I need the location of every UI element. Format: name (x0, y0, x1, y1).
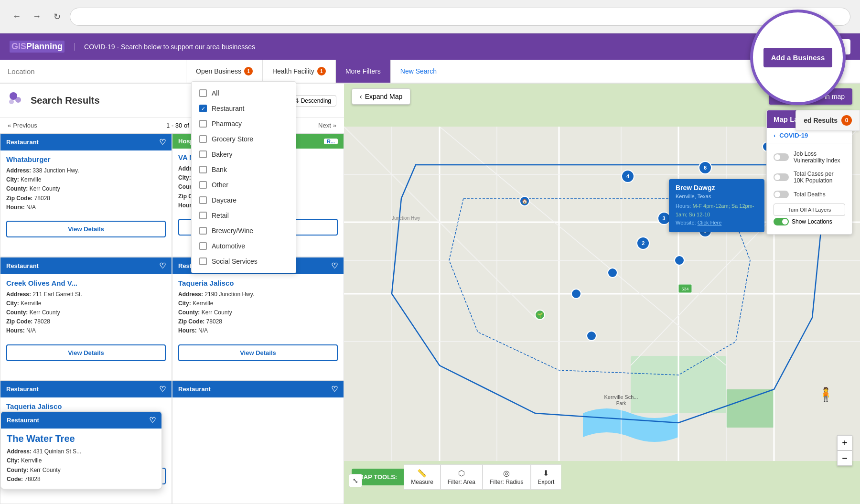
filter-option-all[interactable]: All (192, 86, 296, 101)
map-pin-cluster-1[interactable]: 4 (621, 170, 634, 183)
map-pin-4[interactable] (607, 268, 618, 278)
covid-back-arrow[interactable]: ‹ (774, 132, 775, 139)
filter-bank-label: Bank (212, 166, 227, 173)
filter-radius-tool-button[interactable]: ◎ Filter: Radius (483, 464, 531, 490)
business-card-4: Restaurant ♡ Taqueria Jalisco Address: 2… (172, 257, 344, 381)
highlighted-card-category-bar: Restaurant ♡ (1, 412, 161, 429)
filter-option-restaurant[interactable]: ✓ Restaurant (192, 101, 296, 116)
turn-off-all-layers-button[interactable]: Turn Off All Layers (774, 204, 845, 216)
checkbox-all[interactable] (199, 89, 207, 97)
zoom-out-button[interactable]: − (837, 450, 852, 466)
layer-total-cases-toggle[interactable] (774, 173, 789, 181)
gis-text: GISPlanning (10, 41, 64, 53)
filter-option-grocery[interactable]: Grocery Store (192, 131, 296, 147)
map-pin-7[interactable] (571, 289, 581, 299)
highlighted-card-details: Address: 431 Quinlan St S... City: Kerrv… (7, 447, 156, 484)
layer-job-loss-toggle[interactable] (774, 153, 789, 161)
expand-map-button[interactable]: ‹ Expand Map (352, 88, 410, 105)
filter-option-retail[interactable]: Retail (192, 208, 296, 223)
map-pin-cluster-3[interactable]: 2 (636, 236, 650, 250)
card-3-body: Creek Olives And V... Address: 211 Earl … (0, 274, 172, 341)
card-3-favorite-button[interactable]: ♡ (159, 261, 166, 270)
checkbox-bank[interactable] (199, 166, 207, 173)
checkbox-restaurant[interactable]: ✓ (199, 105, 207, 112)
card-5-category: Restaurant (6, 386, 39, 393)
card-4-view-details-button[interactable]: View Details (178, 344, 338, 361)
filter-area-label: Filter: Area (448, 479, 475, 485)
map-pin-1[interactable]: 🏠 (519, 196, 530, 206)
card-4-name[interactable]: Taqueria Jalisco (178, 279, 338, 287)
business-card-3: Restaurant ♡ Creek Olives And V... Addre… (0, 257, 172, 381)
location-input[interactable] (0, 60, 186, 83)
map-pin-8[interactable] (586, 331, 597, 341)
card-3-name[interactable]: Creek Olives And V... (6, 279, 166, 287)
export-tool-button[interactable]: ⬇ Export (531, 464, 562, 490)
filter-option-brewery[interactable]: Brewery/Wine (192, 223, 296, 238)
popup-website-link[interactable]: Click Here (698, 220, 722, 225)
checkbox-brewery[interactable] (199, 227, 207, 235)
checkbox-retail[interactable] (199, 212, 207, 219)
add-business-circle-button[interactable]: Add a Business (763, 48, 833, 67)
card-6-favorite-button[interactable]: ♡ (331, 385, 338, 394)
filter-area-tool-button[interactable]: ⬡ Filter: Area (441, 464, 483, 490)
map-pin-cluster-5[interactable]: 6 (699, 161, 712, 174)
checkbox-grocery[interactable] (199, 135, 207, 143)
saved-results-bar: ed Results 0 (796, 110, 860, 131)
card-4-favorite-button[interactable]: ♡ (331, 261, 338, 270)
card-5-name[interactable]: Taqueria Jalisco (6, 402, 166, 410)
map-pin-5[interactable] (674, 255, 685, 266)
tab-health-facility[interactable]: Health Facility 1 (263, 60, 336, 83)
fullscreen-button[interactable]: ⤡ (349, 474, 362, 487)
filter-option-automotive[interactable]: Automotive (192, 238, 296, 254)
next-button[interactable]: Next » (318, 122, 336, 129)
tab-more-filters[interactable]: More Filters (336, 60, 391, 83)
saved-results-label: ed Results (804, 117, 838, 124)
map-panel: Junction Hwy 534 I-10 Kerrville Sch... P… (344, 84, 860, 504)
checkbox-bakery[interactable] (199, 150, 207, 158)
filter-option-social[interactable]: Social Services (192, 254, 296, 269)
show-locations-label: Show Locations (792, 218, 832, 225)
checkbox-pharmacy[interactable] (199, 120, 207, 128)
tab-open-business-badge: 1 (244, 67, 253, 75)
map-pin-green-1[interactable]: 🌱 (535, 310, 545, 320)
card-5-favorite-button[interactable]: ♡ (159, 385, 166, 394)
refresh-button[interactable]: ↻ (50, 10, 64, 24)
forward-button[interactable]: → (30, 10, 44, 24)
show-locations-toggle[interactable] (774, 218, 789, 225)
tab-open-business[interactable]: Open Business 1 (186, 60, 263, 83)
card-1-details: Address: 338 Junction Hwy. City: Kerrvil… (6, 166, 166, 212)
card-1-favorite-button[interactable]: ♡ (159, 138, 166, 147)
svg-point-1 (15, 97, 21, 103)
address-bar[interactable] (70, 8, 850, 26)
card-4-details: Address: 2190 Junction Hwy. City: Kerrvi… (178, 290, 338, 336)
filter-option-bank[interactable]: Bank (192, 162, 296, 177)
sort-order-label: Descending (301, 97, 331, 104)
highlighted-card: Restaurant ♡ The Water Tree Address: 431… (0, 411, 162, 490)
results-icon (8, 90, 25, 111)
previous-button[interactable]: « Previous (8, 122, 37, 129)
card-3-view-details-button[interactable]: View Details (6, 344, 166, 361)
back-button[interactable]: ← (10, 10, 24, 24)
highlighted-card-name[interactable]: The Water Tree (7, 433, 156, 444)
checkbox-daycare[interactable] (199, 196, 207, 204)
tab-new-search[interactable]: New Search (391, 60, 446, 83)
filter-automotive-label: Automotive (212, 242, 245, 250)
checkbox-automotive[interactable] (199, 242, 207, 250)
measure-icon: 📏 (417, 469, 427, 478)
measure-tool-button[interactable]: 📏 Measure (404, 464, 441, 490)
checkbox-other[interactable] (199, 181, 207, 189)
filter-option-bakery[interactable]: Bakery (192, 147, 296, 162)
tab-health-facility-badge: 1 (317, 67, 326, 75)
filter-option-pharmacy[interactable]: Pharmacy (192, 116, 296, 131)
layer-total-deaths-toggle[interactable] (774, 191, 789, 198)
checkbox-social[interactable] (199, 257, 207, 265)
filter-option-other[interactable]: Other (192, 177, 296, 193)
card-1-category-bar: Restaurant ♡ (0, 134, 172, 150)
card-1-name[interactable]: Whataburger (6, 155, 166, 163)
filter-option-daycare[interactable]: Daycare (192, 193, 296, 208)
card-3-details: Address: 211 Earl Garrett St. City: Kerr… (6, 290, 166, 336)
filter-bakery-label: Bakery (212, 150, 233, 158)
highlighted-card-favorite-button[interactable]: ♡ (149, 416, 156, 425)
card-1-view-details-button[interactable]: View Details (6, 221, 166, 237)
zoom-in-button[interactable]: + (837, 435, 852, 450)
